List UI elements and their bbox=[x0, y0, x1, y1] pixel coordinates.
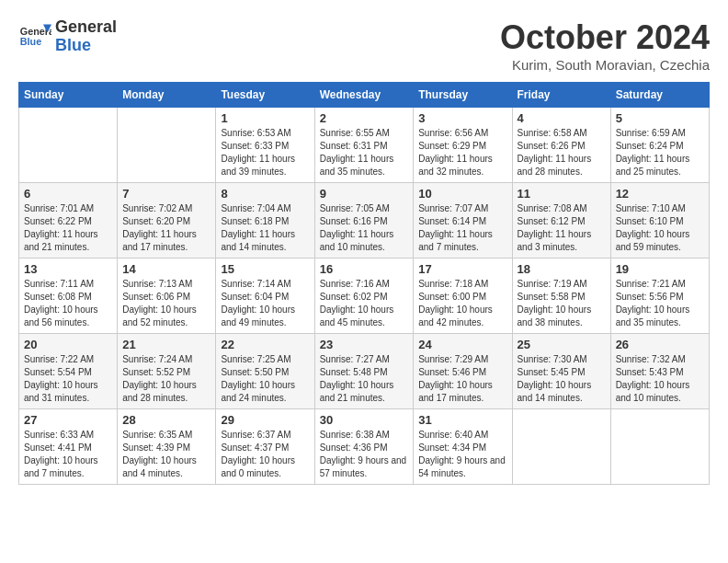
calendar-cell: 25Sunrise: 7:30 AM Sunset: 5:45 PM Dayli… bbox=[512, 334, 610, 409]
calendar-cell: 16Sunrise: 7:16 AM Sunset: 6:02 PM Dayli… bbox=[314, 259, 414, 334]
calendar-cell bbox=[118, 108, 216, 183]
calendar-cell: 30Sunrise: 6:38 AM Sunset: 4:36 PM Dayli… bbox=[314, 409, 414, 485]
day-info: Sunrise: 7:11 AM Sunset: 6:08 PM Dayligh… bbox=[24, 278, 112, 329]
calendar-cell: 3Sunrise: 6:56 AM Sunset: 6:29 PM Daylig… bbox=[414, 108, 512, 183]
day-number: 7 bbox=[122, 187, 210, 201]
day-info: Sunrise: 7:19 AM Sunset: 5:58 PM Dayligh… bbox=[518, 278, 606, 329]
weekday-header-sunday: Sunday bbox=[19, 83, 118, 108]
calendar-cell: 19Sunrise: 7:21 AM Sunset: 5:56 PM Dayli… bbox=[610, 259, 709, 334]
day-info: Sunrise: 7:05 AM Sunset: 6:16 PM Dayligh… bbox=[320, 202, 409, 254]
calendar-cell: 2Sunrise: 6:55 AM Sunset: 6:31 PM Daylig… bbox=[314, 108, 414, 183]
calendar-cell: 5Sunrise: 6:59 AM Sunset: 6:24 PM Daylig… bbox=[610, 108, 709, 183]
day-info: Sunrise: 6:33 AM Sunset: 4:41 PM Dayligh… bbox=[24, 429, 112, 480]
day-number: 2 bbox=[320, 111, 409, 125]
logo-name: General Blue bbox=[55, 18, 117, 55]
svg-text:Blue: Blue bbox=[20, 36, 41, 47]
weekday-header-saturday: Saturday bbox=[610, 83, 709, 108]
day-info: Sunrise: 7:32 AM Sunset: 5:43 PM Dayligh… bbox=[616, 353, 704, 405]
day-number: 16 bbox=[320, 262, 409, 276]
day-number: 26 bbox=[616, 338, 704, 351]
day-number: 12 bbox=[616, 187, 704, 201]
day-info: Sunrise: 6:37 AM Sunset: 4:37 PM Dayligh… bbox=[221, 429, 309, 480]
day-number: 3 bbox=[418, 111, 506, 125]
calendar-cell: 27Sunrise: 6:33 AM Sunset: 4:41 PM Dayli… bbox=[19, 409, 118, 485]
day-number: 14 bbox=[122, 262, 210, 276]
day-info: Sunrise: 6:58 AM Sunset: 6:26 PM Dayligh… bbox=[518, 127, 606, 178]
day-info: Sunrise: 7:10 AM Sunset: 6:10 PM Dayligh… bbox=[616, 202, 704, 254]
day-number: 9 bbox=[320, 187, 409, 201]
day-number: 29 bbox=[221, 413, 309, 427]
day-number: 5 bbox=[616, 111, 704, 125]
day-info: Sunrise: 7:14 AM Sunset: 6:04 PM Dayligh… bbox=[221, 278, 309, 329]
day-info: Sunrise: 7:16 AM Sunset: 6:02 PM Dayligh… bbox=[320, 278, 409, 329]
calendar-cell: 22Sunrise: 7:25 AM Sunset: 5:50 PM Dayli… bbox=[216, 334, 314, 409]
calendar-cell: 18Sunrise: 7:19 AM Sunset: 5:58 PM Dayli… bbox=[512, 259, 610, 334]
day-number: 31 bbox=[418, 413, 506, 427]
day-number: 24 bbox=[418, 338, 506, 351]
day-number: 25 bbox=[518, 338, 606, 351]
day-info: Sunrise: 7:18 AM Sunset: 6:00 PM Dayligh… bbox=[418, 278, 506, 329]
calendar-cell: 17Sunrise: 7:18 AM Sunset: 6:00 PM Dayli… bbox=[414, 259, 512, 334]
weekday-header-friday: Friday bbox=[512, 83, 610, 108]
day-number: 27 bbox=[24, 413, 112, 427]
calendar-table: SundayMondayTuesdayWednesdayThursdayFrid… bbox=[18, 82, 710, 485]
day-info: Sunrise: 6:38 AM Sunset: 4:36 PM Dayligh… bbox=[320, 429, 409, 480]
day-number: 15 bbox=[221, 262, 309, 276]
day-number: 20 bbox=[24, 338, 112, 351]
day-info: Sunrise: 6:59 AM Sunset: 6:24 PM Dayligh… bbox=[616, 127, 704, 178]
day-number: 28 bbox=[122, 413, 210, 427]
calendar-cell: 15Sunrise: 7:14 AM Sunset: 6:04 PM Dayli… bbox=[216, 259, 314, 334]
logo-icon: General Blue bbox=[18, 20, 51, 53]
calendar-cell: 29Sunrise: 6:37 AM Sunset: 4:37 PM Dayli… bbox=[216, 409, 314, 485]
day-info: Sunrise: 7:24 AM Sunset: 5:52 PM Dayligh… bbox=[122, 353, 210, 405]
calendar-cell bbox=[512, 409, 610, 485]
calendar-cell: 7Sunrise: 7:02 AM Sunset: 6:20 PM Daylig… bbox=[118, 183, 216, 259]
day-info: Sunrise: 6:53 AM Sunset: 6:33 PM Dayligh… bbox=[221, 127, 309, 178]
calendar-cell: 24Sunrise: 7:29 AM Sunset: 5:46 PM Dayli… bbox=[414, 334, 512, 409]
day-number: 18 bbox=[518, 262, 606, 276]
calendar-cell bbox=[19, 108, 118, 183]
day-info: Sunrise: 7:25 AM Sunset: 5:50 PM Dayligh… bbox=[221, 353, 309, 405]
calendar-cell: 9Sunrise: 7:05 AM Sunset: 6:16 PM Daylig… bbox=[314, 183, 414, 259]
day-info: Sunrise: 7:29 AM Sunset: 5:46 PM Dayligh… bbox=[418, 353, 506, 405]
day-number: 30 bbox=[320, 413, 409, 427]
day-info: Sunrise: 7:27 AM Sunset: 5:48 PM Dayligh… bbox=[320, 353, 409, 405]
month-title: October 2024 bbox=[500, 18, 710, 57]
day-number: 19 bbox=[616, 262, 704, 276]
weekday-header-monday: Monday bbox=[118, 83, 216, 108]
calendar-cell: 28Sunrise: 6:35 AM Sunset: 4:39 PM Dayli… bbox=[118, 409, 216, 485]
day-info: Sunrise: 7:07 AM Sunset: 6:14 PM Dayligh… bbox=[418, 202, 506, 254]
calendar-cell: 12Sunrise: 7:10 AM Sunset: 6:10 PM Dayli… bbox=[610, 183, 709, 259]
weekday-header-wednesday: Wednesday bbox=[314, 83, 414, 108]
day-info: Sunrise: 6:35 AM Sunset: 4:39 PM Dayligh… bbox=[122, 429, 210, 480]
day-number: 10 bbox=[418, 187, 506, 201]
calendar-cell: 13Sunrise: 7:11 AM Sunset: 6:08 PM Dayli… bbox=[19, 259, 118, 334]
calendar-cell: 8Sunrise: 7:04 AM Sunset: 6:18 PM Daylig… bbox=[216, 183, 314, 259]
day-info: Sunrise: 7:21 AM Sunset: 5:56 PM Dayligh… bbox=[616, 278, 704, 329]
calendar-cell bbox=[610, 409, 709, 485]
day-number: 11 bbox=[518, 187, 606, 201]
calendar-cell: 14Sunrise: 7:13 AM Sunset: 6:06 PM Dayli… bbox=[118, 259, 216, 334]
day-number: 8 bbox=[221, 187, 309, 201]
calendar-cell: 26Sunrise: 7:32 AM Sunset: 5:43 PM Dayli… bbox=[610, 334, 709, 409]
day-number: 17 bbox=[418, 262, 506, 276]
day-info: Sunrise: 7:04 AM Sunset: 6:18 PM Dayligh… bbox=[221, 202, 309, 254]
calendar-cell: 10Sunrise: 7:07 AM Sunset: 6:14 PM Dayli… bbox=[414, 183, 512, 259]
calendar-cell: 31Sunrise: 6:40 AM Sunset: 4:34 PM Dayli… bbox=[414, 409, 512, 485]
weekday-header-tuesday: Tuesday bbox=[216, 83, 314, 108]
day-info: Sunrise: 7:02 AM Sunset: 6:20 PM Dayligh… bbox=[122, 202, 210, 254]
weekday-header-thursday: Thursday bbox=[414, 83, 512, 108]
day-info: Sunrise: 7:22 AM Sunset: 5:54 PM Dayligh… bbox=[24, 353, 112, 405]
calendar-cell: 23Sunrise: 7:27 AM Sunset: 5:48 PM Dayli… bbox=[314, 334, 414, 409]
day-number: 21 bbox=[122, 338, 210, 351]
day-info: Sunrise: 6:56 AM Sunset: 6:29 PM Dayligh… bbox=[418, 127, 506, 178]
day-info: Sunrise: 7:13 AM Sunset: 6:06 PM Dayligh… bbox=[122, 278, 210, 329]
day-number: 22 bbox=[221, 338, 309, 351]
day-info: Sunrise: 7:08 AM Sunset: 6:12 PM Dayligh… bbox=[518, 202, 606, 254]
calendar-cell: 4Sunrise: 6:58 AM Sunset: 6:26 PM Daylig… bbox=[512, 108, 610, 183]
day-number: 13 bbox=[24, 262, 112, 276]
calendar-cell: 6Sunrise: 7:01 AM Sunset: 6:22 PM Daylig… bbox=[19, 183, 118, 259]
calendar-cell: 20Sunrise: 7:22 AM Sunset: 5:54 PM Dayli… bbox=[19, 334, 118, 409]
calendar-cell: 1Sunrise: 6:53 AM Sunset: 6:33 PM Daylig… bbox=[216, 108, 314, 183]
title-block: October 2024 Kurim, South Moravian, Czec… bbox=[500, 18, 710, 73]
